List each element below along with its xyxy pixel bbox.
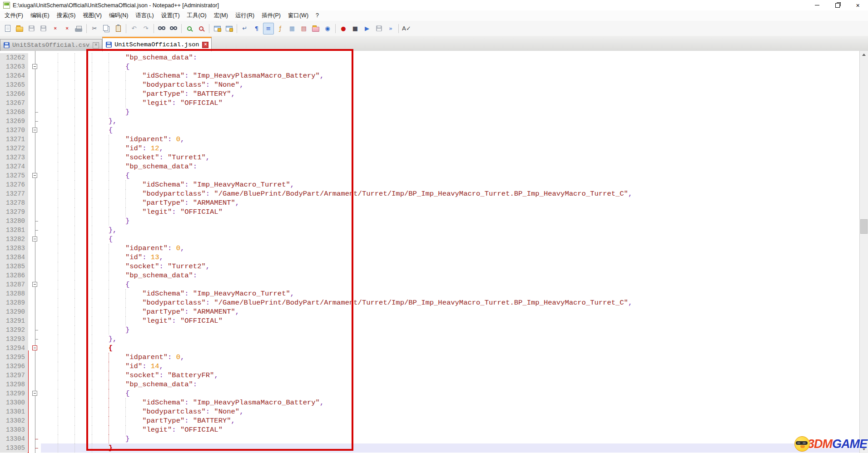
code-line[interactable]: "idparent": 0, <box>41 244 859 253</box>
menu-item-7[interactable]: 工具(O) <box>184 11 210 20</box>
show-all-characters-button[interactable]: ¶ <box>251 23 262 34</box>
code-line[interactable]: } <box>41 325 859 335</box>
fold-collapse-toggle-icon[interactable] <box>32 173 37 178</box>
zoom-out-button[interactable] <box>196 23 207 34</box>
scroll-up-button[interactable] <box>860 51 868 59</box>
replace-button[interactable] <box>168 23 179 34</box>
sync-vertical-scroll-button[interactable] <box>212 23 223 34</box>
find-button[interactable] <box>156 23 167 34</box>
code-line[interactable]: }, <box>41 335 859 344</box>
undo-button[interactable]: ↶ <box>129 23 139 34</box>
menu-item-9[interactable]: 运行(R) <box>232 11 258 20</box>
code-line[interactable]: "bp_schema_data": <box>41 271 859 280</box>
fold-collapse-toggle-icon[interactable] <box>32 64 37 69</box>
code-line[interactable]: { <box>41 62 859 71</box>
code-line[interactable]: }, <box>41 226 859 235</box>
code-line[interactable]: } <box>41 434 859 443</box>
menu-item-6[interactable]: 设置(T) <box>158 11 184 20</box>
close-button[interactable]: × <box>848 0 868 10</box>
macro-stop-button[interactable]: ■ <box>350 23 361 34</box>
vertical-scrollbar[interactable] <box>859 51 868 453</box>
word-wrap-button[interactable]: ↵ <box>239 23 250 34</box>
show-indent-guide-button[interactable]: ≡ <box>263 23 274 34</box>
menu-item-5[interactable]: 语言(L) <box>132 11 157 20</box>
code-line[interactable]: "id": 14, <box>41 362 859 371</box>
menu-item-0[interactable]: 文件(F) <box>1 11 27 20</box>
monitoring-button[interactable]: ◉ <box>322 23 333 34</box>
code-line[interactable]: "socket": "Turret2", <box>41 262 859 271</box>
code-line[interactable]: "partType": "BATTERY", <box>41 416 859 425</box>
menu-item-2[interactable]: 搜索(S) <box>53 11 79 20</box>
tab-close-icon[interactable]: × <box>93 42 99 49</box>
new-file-button[interactable] <box>2 23 13 34</box>
zoom-in-button[interactable] <box>184 23 195 34</box>
macro-record-button[interactable]: ● <box>338 23 349 34</box>
code-line[interactable]: "idSchema": "Imp_HeavyPlasmaMacro_Batter… <box>41 398 859 407</box>
code-line[interactable]: "socket": "BatteryFR", <box>41 371 859 380</box>
code-line[interactable]: "idSchema": "Imp_HeavyMacro_Turret", <box>41 289 859 298</box>
fold-collapse-toggle-icon[interactable] <box>32 391 37 396</box>
paste-button[interactable] <box>113 23 124 34</box>
close-file-button[interactable] <box>50 23 60 34</box>
fold-collapse-toggle-icon[interactable] <box>32 128 37 133</box>
code-line[interactable]: "legit": "OFFICIAL" <box>41 207 859 217</box>
cut-button[interactable]: ✂ <box>89 23 100 34</box>
code-line[interactable]: "bodypartclass": "/Game/BluePrint/BodyPa… <box>41 189 859 198</box>
code-line[interactable]: "bodypartclass": "/Game/BluePrint/BodyPa… <box>41 298 859 307</box>
minimize-button[interactable] <box>807 0 827 10</box>
code-line[interactable]: "legit": "OFFICIAL" <box>41 425 859 434</box>
code-line[interactable]: "bodypartclass": "None", <box>41 80 859 89</box>
folder-as-workspace-button[interactable] <box>310 23 321 34</box>
code-line[interactable]: } <box>41 108 859 117</box>
code-editor[interactable]: 13262"bp_schema_data":13263{13264"idSche… <box>0 51 859 453</box>
document-map-button[interactable]: ▦ <box>287 23 298 34</box>
menu-item-11[interactable]: 窗口(W) <box>284 11 312 20</box>
code-line[interactable]: { <box>41 235 859 244</box>
code-line[interactable]: "socket": "Turret1", <box>41 153 859 162</box>
code-line[interactable]: { <box>41 280 859 289</box>
fold-collapse-toggle-icon[interactable] <box>32 345 37 350</box>
menu-item-1[interactable]: 编辑(E) <box>27 11 53 20</box>
menu-item-4[interactable]: 编码(N) <box>105 11 132 20</box>
restore-button[interactable] <box>827 0 848 10</box>
code-line[interactable]: } <box>41 217 859 226</box>
save-file-button[interactable] <box>26 23 37 34</box>
code-line[interactable]: { <box>41 126 859 135</box>
menu-item-3[interactable]: 视图(V) <box>79 11 105 20</box>
code-line[interactable]: "partType": "ARMAMENT", <box>41 307 859 316</box>
macro-run-multiple-button[interactable]: » <box>385 23 396 34</box>
code-line[interactable]: { <box>41 344 859 353</box>
code-line[interactable]: "id": 12, <box>41 144 859 153</box>
code-line[interactable]: "idSchema": "Imp_HeavyMacro_Turret", <box>41 180 859 189</box>
fold-collapse-toggle-icon[interactable] <box>32 236 37 241</box>
code-line[interactable]: { <box>41 389 859 398</box>
function-list-button[interactable]: ƒ <box>275 23 286 34</box>
menu-item-12[interactable]: ? <box>312 11 322 20</box>
tab-close-icon[interactable]: × <box>202 42 208 48</box>
code-line[interactable]: "idparent": 0, <box>41 353 859 362</box>
tab-unitschemaofficial-json[interactable]: UnitSchemaOfficial.json × <box>102 37 212 51</box>
macro-play-button[interactable]: ▶ <box>362 23 372 34</box>
print-button[interactable] <box>73 23 84 34</box>
open-file-button[interactable] <box>14 23 25 34</box>
code-line[interactable]: "bp_schema_data": <box>41 53 859 62</box>
redo-button[interactable]: ↷ <box>140 23 151 34</box>
tab-unitstatsofficial-csv[interactable]: UnitStatsOfficial.csv × <box>0 39 102 51</box>
spell-check-button[interactable]: A✓ <box>401 23 412 34</box>
code-line[interactable]: "bp_schema_data": <box>41 380 859 389</box>
code-line[interactable]: "bp_schema_data": <box>41 162 859 171</box>
code-line[interactable]: } <box>41 443 859 453</box>
sync-horizontal-scroll-button[interactable] <box>223 23 234 34</box>
copy-button[interactable] <box>101 23 112 34</box>
code-line[interactable]: "id": 13, <box>41 253 859 262</box>
close-all-button[interactable] <box>61 23 72 34</box>
code-line[interactable]: "idSchema": "Imp_HeavyPlasmaMacro_Batter… <box>41 71 859 80</box>
code-line[interactable]: "legit": "OFFICIAL" <box>41 316 859 325</box>
code-line[interactable]: "bodypartclass": "None", <box>41 407 859 416</box>
scrollbar-thumb[interactable] <box>860 219 868 234</box>
menu-item-8[interactable]: 宏(M) <box>210 11 232 20</box>
code-line[interactable]: { <box>41 171 859 180</box>
fold-collapse-toggle-icon[interactable] <box>32 282 37 287</box>
code-line[interactable]: "idparent": 0, <box>41 135 859 144</box>
code-line[interactable]: "legit": "OFFICIAL" <box>41 98 859 108</box>
